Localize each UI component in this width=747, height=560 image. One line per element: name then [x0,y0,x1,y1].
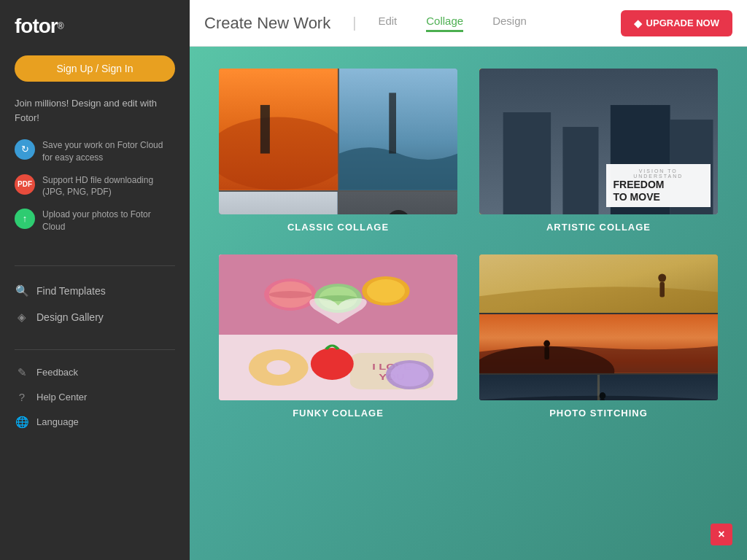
sidebar-bottom-nav: ✎ Feedback ? Help Center 🌐 Language [15,360,175,435]
artistic-collage-label: ARTISTIC COLLAGE [546,222,651,233]
svg-rect-2 [260,105,270,154]
classic-collage-preview [219,69,457,214]
sidebar-item-design-gallery-label: Design Gallery [36,311,104,323]
join-text: Join millions! Design and edit with Foto… [15,96,175,125]
upload-icon: ↑ [15,209,35,229]
main-content: Create New Work | Edit Collage Design ◆ … [190,0,747,560]
feature-list: ↻ Save your work on Fotor Cloud for easy… [15,139,175,244]
card-funky-collage[interactable]: I LOVE YOU FUNKY COLLAGE [219,254,457,419]
topnav: Create New Work | Edit Collage Design ◆ … [190,0,747,47]
pdf-icon: PDF [15,174,35,195]
stitch-row-3 [479,375,718,400]
layers-icon: ◈ [15,310,29,324]
svg-point-46 [658,273,666,281]
tab-edit[interactable]: Edit [378,15,397,32]
funky-collage-preview: I LOVE YOU [219,254,457,400]
card-photo-stitching[interactable]: PHOTO STITCHING [479,254,718,419]
help-icon: ? [15,390,29,405]
artistic-right-panel: VISION TO UNDERSTAND FREEDOM TO MOVE [599,69,719,214]
svg-rect-23 [503,112,551,214]
sidebar-divider-1 [15,265,175,266]
topnav-separator: | [352,15,356,31]
classic-mosaic [219,69,457,214]
stitching-mosaic [479,254,718,400]
sidebar-item-find-templates[interactable]: 🔍 Find Templates [15,278,175,304]
svg-point-38 [266,360,290,375]
classic-img-1 [219,69,338,190]
classic-img-4 [339,192,458,215]
logo-text: fotor [15,15,58,38]
freedom-text: FREEDOM [614,179,704,191]
svg-point-54 [600,392,606,399]
cloud-icon: ↻ [15,139,35,160]
collage-grid: CLASSIC COLLAGE [219,69,718,419]
collage-content: CLASSIC COLLAGE [190,47,747,560]
sidebar-item-design-gallery[interactable]: ◈ Design Gallery [15,304,175,330]
svg-point-36 [367,279,405,303]
svg-point-44 [390,363,428,386]
feature-upload: ↑ Upload your photos to Fotor Cloud [15,209,175,233]
feedback-icon: ✎ [15,365,29,380]
stitch-row-2 [479,314,718,373]
feature-cloud-text: Save your work on Fotor Cloud for easy a… [42,139,175,164]
signin-button[interactable]: Sign Up / Sign In [15,55,175,82]
sidebar-main-nav: 🔍 Find Templates ◈ Design Gallery [15,278,175,330]
to-move-text: TO MOVE [614,191,704,203]
search-icon: 🔍 [15,284,29,298]
sidebar-item-help-center[interactable]: ? Help Center [15,385,175,410]
svg-point-42 [311,348,354,380]
stitch-row-1 [479,254,718,313]
feature-cloud: ↻ Save your work on Fotor Cloud for easy… [15,139,175,164]
svg-rect-6 [219,192,338,215]
photo-stitching-preview [479,254,718,400]
logo-container: fotor® [15,15,175,38]
globe-icon: 🌐 [15,415,29,429]
photo-stitching-label: PHOTO STITCHING [549,408,648,419]
logo-registered: ® [58,21,64,31]
diamond-icon: ◆ [634,18,642,29]
sidebar-item-feedback[interactable]: ✎ Feedback [15,360,175,385]
topnav-links: Edit Collage Design [378,15,620,32]
svg-point-1 [219,117,338,190]
feature-pdf-text: Support HD file downloading (JPG, PNG, P… [42,174,175,199]
card-classic-collage[interactable]: CLASSIC COLLAGE [219,69,457,233]
svg-rect-24 [562,127,598,214]
sidebar-item-language[interactable]: 🌐 Language [15,410,175,435]
sidebar-divider-2 [15,349,175,350]
classic-img-2 [339,69,458,190]
close-button[interactable]: × [711,524,732,545]
sidebar-item-language-label: Language [36,416,79,427]
svg-rect-47 [659,282,665,298]
tab-collage[interactable]: Collage [426,15,463,32]
vision-text: VISION TO UNDERSTAND [614,168,704,179]
svg-point-50 [543,341,550,347]
classic-collage-label: CLASSIC COLLAGE [287,222,389,233]
feature-pdf: PDF Support HD file downloading (JPG, PN… [15,174,175,199]
svg-rect-51 [544,347,549,359]
artistic-collage-preview: VISION TO UNDERSTAND FREEDOM TO MOVE [479,69,718,214]
funky-collage-label: FUNKY COLLAGE [293,408,384,419]
svg-rect-5 [389,93,396,153]
artistic-mosaic: VISION TO UNDERSTAND FREEDOM TO MOVE [479,69,718,214]
sidebar-item-help-center-label: Help Center [36,392,87,402]
classic-img-3 [219,192,338,215]
sidebar-item-feedback-label: Feedback [36,367,78,378]
page-title: Create New Work [204,14,330,33]
sidebar: fotor® Sign Up / Sign In Join millions! … [0,0,190,560]
card-artistic-collage[interactable]: VISION TO UNDERSTAND FREEDOM TO MOVE ART… [479,69,718,233]
svg-point-31 [269,291,312,298]
tab-design[interactable]: Design [492,15,527,32]
funky-mosaic: I LOVE YOU [219,254,457,400]
feature-upload-text: Upload your photos to Fotor Cloud [42,209,175,233]
upgrade-label: UPGRADE NOW [646,18,719,28]
artistic-text-overlay: VISION TO UNDERSTAND FREEDOM TO MOVE [606,164,711,207]
sidebar-item-find-templates-label: Find Templates [36,285,106,297]
upgrade-button[interactable]: ◆ UPGRADE NOW [621,10,732,36]
